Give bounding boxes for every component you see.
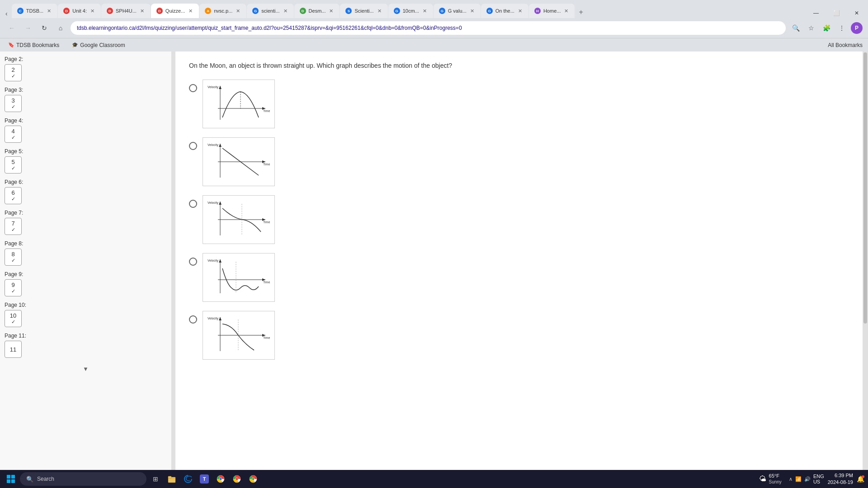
page-5-label: Page 5: — [5, 148, 167, 155]
extensions-icon[interactable]: 🧩 — [820, 22, 833, 34]
tab-favicon-unit4: D — [63, 8, 70, 14]
tab-quizzes[interactable]: D Quizze... ✕ — [151, 4, 199, 18]
page-9-button[interactable]: 9 ✓ — [5, 279, 22, 296]
tab-title-10cm: 10cm... — [403, 8, 419, 14]
svg-text:Time: Time — [263, 109, 270, 113]
close-button[interactable]: ✕ — [849, 8, 864, 18]
taskbar-teams-icon[interactable]: T — [197, 472, 212, 486]
tab-close-quizzes[interactable]: ✕ — [188, 7, 193, 15]
bookmark-tdsb[interactable]: 🔖 TDSB Bookmarks — [5, 41, 62, 49]
page-4-check: ✓ — [11, 135, 15, 141]
svg-rect-37 — [7, 479, 10, 483]
bookmark-google-classroom[interactable]: 🎓 Google Classroom — [69, 41, 127, 49]
page-2-button[interactable]: 2 ✓ — [5, 64, 22, 81]
new-tab-button[interactable]: + — [575, 6, 586, 18]
taskbar-right: 🌤 65°F Sunny ∧ 📶 🔊 ENG US 6:39 PM 2024-0… — [759, 472, 864, 486]
tab-close-nvsc[interactable]: ✕ — [235, 7, 241, 15]
answer-option-e: Velocity Time — [189, 311, 849, 360]
task-view-icon[interactable]: ⊞ — [148, 472, 163, 486]
tab-close-gvalue[interactable]: ✕ — [469, 7, 475, 15]
clock[interactable]: 6:39 PM 2024-08-19 — [828, 472, 853, 486]
taskbar-explorer-icon[interactable] — [165, 472, 179, 486]
page-5-check: ✓ — [11, 165, 15, 171]
weather-widget: 🌤 65°F Sunny — [759, 473, 782, 484]
scrollbar-thumb[interactable] — [863, 52, 867, 324]
start-button[interactable] — [4, 472, 18, 486]
tab-favicon-scienti: G — [252, 8, 259, 14]
sidebar-scroll-down[interactable]: ▼ — [5, 363, 167, 374]
home-button[interactable]: ⌂ — [54, 22, 67, 34]
network-icon[interactable]: 📶 — [795, 476, 802, 482]
tab-unit4[interactable]: D Unit 4: ✕ — [58, 4, 101, 18]
tab-tdsb[interactable]: C TDSB... ✕ — [12, 4, 58, 18]
tab-close-sph4u[interactable]: ✕ — [139, 7, 145, 15]
taskbar-chrome2-icon[interactable] — [230, 472, 244, 486]
tab-scienti[interactable]: G scienti... ✕ — [247, 4, 293, 18]
forward-button[interactable]: → — [22, 22, 34, 34]
tab-close-unit4[interactable]: ✕ — [90, 7, 95, 15]
expand-tray-icon[interactable]: ∧ — [789, 476, 793, 482]
address-bar-row: ← → ↻ ⌂ tdsb.elearningontario.ca/d2l/lms… — [0, 18, 868, 38]
all-bookmarks[interactable]: All Bookmarks — [828, 42, 863, 48]
bookmark-star-icon[interactable]: ☆ — [805, 22, 817, 34]
tab-home[interactable]: H Home... ✕ — [529, 4, 575, 18]
page-4-label: Page 4: — [5, 117, 167, 124]
page-5-button[interactable]: 5 ✓ — [5, 156, 22, 174]
page-7-button[interactable]: 7 ✓ — [5, 218, 22, 235]
page-8-button[interactable]: 8 ✓ — [5, 249, 22, 266]
svg-text:Velocity: Velocity — [208, 317, 219, 320]
tab-close-tdsb[interactable]: ✕ — [46, 7, 52, 15]
tab-close-scienti[interactable]: ✕ — [283, 7, 288, 15]
tab-close-onthe[interactable]: ✕ — [517, 7, 523, 15]
radio-button-c[interactable] — [189, 200, 197, 208]
page-6-button[interactable]: 6 ✓ — [5, 187, 22, 204]
taskbar-search-bar[interactable]: 🔍 Search — [20, 472, 146, 486]
tab-10cm[interactable]: G 10cm... ✕ — [388, 4, 433, 18]
back-button[interactable]: ← — [5, 22, 18, 34]
tab-gvalue[interactable]: G G valu... ✕ — [434, 4, 481, 18]
tab-desmos[interactable]: D Desm... ✕ — [294, 4, 340, 18]
svg-text:Velocity: Velocity — [208, 143, 219, 147]
taskbar-chrome3-icon[interactable] — [246, 472, 260, 486]
radio-button-e[interactable] — [189, 315, 197, 324]
radio-button-a[interactable] — [189, 84, 197, 92]
page-7-check: ✓ — [11, 227, 15, 233]
tab-favicon-onthe: G — [486, 8, 493, 14]
address-bar[interactable]: tdsb.elearningontario.ca/d2l/lms/quizzin… — [71, 21, 786, 35]
browser-menu-icon[interactable]: ⋮ — [835, 22, 848, 34]
taskbar-edge-icon[interactable] — [181, 472, 195, 486]
minimize-button[interactable]: — — [808, 8, 824, 18]
tab-close-home[interactable]: ✕ — [563, 7, 569, 15]
tab-title-scienti2: Scienti... — [354, 8, 373, 14]
page-4-button[interactable]: 4 ✓ — [5, 126, 22, 143]
taskbar-chrome-icon[interactable] — [213, 472, 228, 486]
page-5-number: 5 — [11, 159, 14, 165]
answer-option-b: Velocity Time — [189, 137, 849, 186]
page-10-button[interactable]: 10 ✓ — [5, 310, 22, 327]
tab-onthe[interactable]: G On the... ✕ — [481, 4, 528, 18]
tab-title-scienti: scienti... — [261, 8, 279, 14]
tab-scroll-left[interactable]: ‹ — [4, 9, 9, 18]
tab-sph4u[interactable]: D SPH4U... ✕ — [101, 4, 151, 18]
graph-c: Velocity Time — [203, 195, 275, 244]
search-icon[interactable]: 🔍 — [789, 22, 802, 34]
page-11-button[interactable]: 11 — [5, 341, 22, 358]
page-9-label: Page 9: — [5, 271, 167, 277]
radio-button-d[interactable] — [189, 258, 197, 266]
tab-title-tdsb: TDSB... — [26, 8, 44, 14]
page-nav-item-4: Page 4: 4 ✓ — [5, 117, 167, 143]
reload-button[interactable]: ↻ — [38, 22, 51, 34]
page-3-button[interactable]: 3 ✓ — [5, 95, 22, 112]
tab-close-10cm[interactable]: ✕ — [422, 7, 428, 15]
radio-button-b[interactable] — [189, 142, 197, 150]
page-content: Page 2: 2 ✓ Page 3: 3 ✓ Page 4: 4 ✓ Page… — [0, 52, 868, 470]
notification-bell[interactable]: 🔔 — [857, 475, 864, 483]
tab-scienti2[interactable]: S Scienti... ✕ — [340, 4, 387, 18]
tab-close-scienti2[interactable]: ✕ — [377, 7, 382, 15]
volume-icon[interactable]: 🔊 — [804, 476, 811, 482]
tab-close-desmos[interactable]: ✕ — [328, 7, 334, 15]
tab-nvsc[interactable]: A nvsc.p... ✕ — [199, 4, 246, 18]
graph-a: Velocity Time — [203, 80, 275, 128]
maximize-button[interactable]: ⬜ — [828, 8, 845, 18]
profile-avatar[interactable]: P — [851, 22, 863, 34]
